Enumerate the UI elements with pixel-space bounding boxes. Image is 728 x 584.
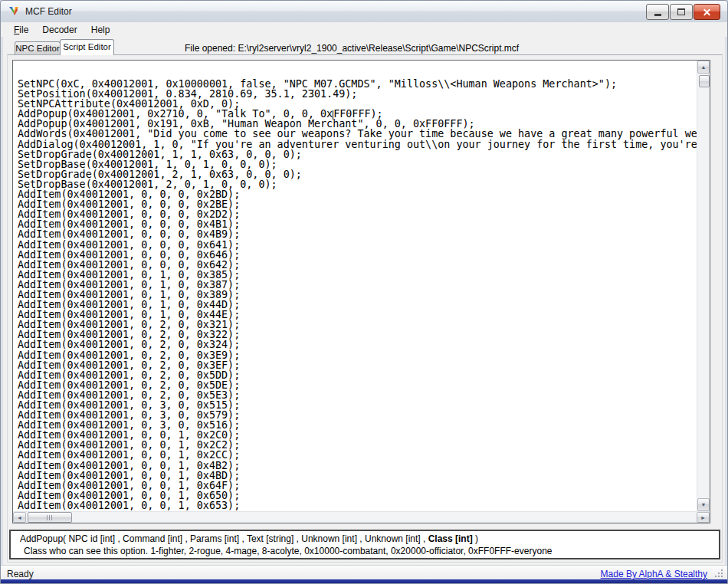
code-line: AddItem(0x40012001, 0, 0, 1, 0x4BD); — [18, 471, 697, 481]
scroll-thumb-grip-icon — [47, 515, 53, 520]
horizontal-scroll-thumb[interactable] — [28, 512, 72, 523]
menu-decoder[interactable]: Decoder — [35, 24, 84, 36]
signature-suffix: ) — [473, 533, 478, 544]
code-line: SetDropGrade(0x40012001, 2, 1, 0x63, 0, … — [18, 169, 697, 179]
close-icon — [703, 8, 711, 16]
scroll-down-button[interactable]: ▼ — [697, 498, 710, 511]
code-line: AddItem(0x40012001, 0, 0, 1, 0x653); — [18, 500, 697, 510]
script-editor: SetNPC(0xC, 0x40012001, 0x10000001, fals… — [12, 60, 710, 523]
horizontal-scrollbar[interactable]: ◄ ► — [13, 511, 710, 523]
command-description: Class who can see this option. 1-fighter… — [20, 546, 719, 556]
code-line: AddItem(0x40012001, 0, 2, 0, 0x5DD); — [18, 370, 697, 380]
minimize-button[interactable] — [646, 4, 669, 20]
scroll-right-button[interactable]: ► — [697, 512, 710, 523]
code-line: AddItem(0x40012001, 0, 1, 0, 0x387); — [18, 280, 697, 290]
scroll-up-button[interactable]: ▲ — [697, 61, 710, 74]
code-line: AddItem(0x40012001, 0, 2, 0, 0x3EF); — [18, 360, 697, 370]
signature-prefix: AddPopup( NPC id [int] , Command [int] ,… — [20, 533, 428, 544]
tab-script-editor[interactable]: Script Editor — [60, 39, 114, 55]
menubar: File Decoder Help — [1, 22, 727, 37]
menu-help[interactable]: Help — [84, 24, 117, 36]
code-line: AddItem(0x40012001, 0, 0, 0, 0x641); — [18, 240, 697, 250]
code-line: AddItem(0x40012001, 0, 0, 0, 0x4B9); — [18, 229, 697, 239]
window-left-edge — [1, 22, 3, 579]
code-line: AddItem(0x40012001, 0, 2, 0, 0x324); — [18, 340, 697, 349]
window-title: MCF Editor — [25, 6, 72, 17]
status-text: Ready — [7, 569, 34, 579]
code-line: AddWords(0x40012001, "Did you come to se… — [18, 129, 697, 139]
close-button[interactable] — [694, 4, 720, 20]
command-help-panel: AddPopup( NPC id [int] , Command [int] ,… — [9, 530, 720, 559]
file-opened-label: File opened: E:\ryl2server\vryl2_1900_ac… — [185, 43, 519, 54]
code-line: AddDialog(0x40012001, 1, 0, "If you're a… — [18, 139, 697, 149]
command-signature: AddPopup( NPC id [int] , Command [int] ,… — [20, 533, 719, 544]
code-line: AddItem(0x40012001, 0, 0, 1, 0x650); — [18, 490, 697, 500]
vertical-scroll-thumb[interactable] — [699, 75, 710, 87]
menu-file[interactable]: File — [7, 24, 35, 36]
signature-class-param: Class [int] — [428, 533, 473, 544]
code-line: AddItem(0x40012001, 0, 0, 1, 0x2CC); — [18, 450, 697, 460]
mcf-editor-window: MCF Editor File Decoder Help NPC Editor … — [0, 0, 728, 584]
titlebar[interactable]: MCF Editor — [1, 1, 727, 23]
code-line: SetDropGrade(0x40012001, 1, 1, 0x63, 0, … — [18, 149, 697, 159]
code-line: AddItem(0x40012001, 0, 2, 0, 0x5DE); — [18, 380, 697, 390]
vertical-scrollbar[interactable]: ▲ ▼ — [697, 61, 710, 511]
scroll-left-button[interactable]: ◄ — [13, 512, 26, 523]
window-controls — [646, 4, 720, 20]
code-line: AddItem(0x40012001, 0, 0, 1, 0x4B2); — [18, 461, 697, 471]
code-line: AddItem(0x40012001, 0, 0, 0, 0x646); — [18, 250, 697, 260]
resize-grip[interactable] — [715, 569, 723, 578]
window-right-edge — [725, 22, 727, 579]
tab-npc-editor[interactable]: NPC Editor — [15, 41, 61, 55]
code-line: AddItem(0x40012001, 0, 2, 0, 0x3E9); — [18, 350, 697, 360]
minimize-icon — [654, 14, 661, 16]
credits-link[interactable]: Made By AlphA & Stealthy — [601, 569, 707, 579]
app-icon — [8, 5, 20, 18]
maximize-button[interactable] — [670, 4, 693, 20]
maximize-icon — [677, 8, 685, 15]
code-line: AddItem(0x40012001, 0, 1, 0, 0x385); — [18, 270, 697, 280]
window-bottom-edge — [1, 579, 727, 583]
code-text-area[interactable]: SetNPC(0xC, 0x40012001, 0x10000001, fals… — [13, 61, 697, 511]
code-line: AddItem(0x40012001, 0, 0, 1, 0x64F); — [18, 481, 697, 490]
code-line: SetDropBase(0x40012001, 1, 0, 1, 0, 0, 0… — [18, 159, 697, 169]
code-line: AddItem(0x40012001, 0, 0, 0, 0x642); — [18, 260, 697, 270]
